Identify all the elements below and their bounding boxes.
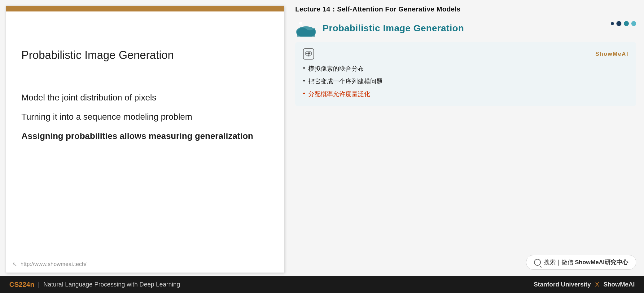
notes-card-header: ShowMeAI xyxy=(303,48,629,60)
search-text: 搜索｜微信 ShowMeAI研究中心 xyxy=(544,258,628,266)
bottom-separator: | xyxy=(38,281,40,288)
ai-icon xyxy=(303,48,314,60)
dot-teal xyxy=(624,21,629,26)
bottom-left: CS224n | Natural Language Processing wit… xyxy=(9,281,180,289)
right-panel: Lecture 14：Self-Attention For Generative… xyxy=(291,0,644,276)
bottom-bar: CS224n | Natural Language Processing wit… xyxy=(0,276,644,293)
search-icon xyxy=(534,259,541,266)
dot-dark xyxy=(616,21,621,26)
slide-title: Probabilistic Image Generation xyxy=(21,49,269,62)
slide-bullets: Model the joint distribution of pixels T… xyxy=(21,93,269,141)
slide-footer: ↖ http://www.showmeai.tech/ xyxy=(6,257,284,273)
showmeai-bottom-brand: ShowMeAI xyxy=(603,281,635,288)
x-separator: X xyxy=(595,281,599,288)
notes-bullet-3: 分配概率允许度量泛化 xyxy=(303,90,629,98)
notes-bullets: 模拟像素的联合分布 把它变成一个序列建模问题 分配概率允许度量泛化 xyxy=(303,64,629,98)
bottom-right: Stanford University X ShowMeAI xyxy=(534,281,635,288)
search-area: 搜索｜微信 ShowMeAI研究中心 xyxy=(295,255,636,273)
slide-footer-url: http://www.showmeai.tech/ xyxy=(20,261,86,268)
slide-body: Probabilistic Image Generation Model the… xyxy=(6,11,284,257)
search-bar[interactable]: 搜索｜微信 ShowMeAI研究中心 xyxy=(526,255,636,270)
slide-bullet-3: Assigning probabilities allows measuring… xyxy=(21,131,269,141)
small-dot xyxy=(611,22,614,25)
notes-card: ShowMeAI 模拟像素的联合分布 把它变成一个序列建模问题 分配概率允许度量… xyxy=(295,42,636,106)
cursor-icon: ↖ xyxy=(12,260,17,268)
slide-header-visual: Probabilistic Image Generation xyxy=(295,20,636,37)
slide-header-title: Probabilistic Image Generation xyxy=(322,23,464,33)
header-dots xyxy=(611,21,636,26)
svg-point-1 xyxy=(299,22,302,25)
course-code: CS224n xyxy=(9,281,34,289)
svg-point-3 xyxy=(306,53,308,54)
stanford-text: Stanford University xyxy=(534,281,591,288)
lecture-title: Lecture 14：Self-Attention For Generative… xyxy=(295,5,636,14)
slide-bullet-2: Turning it into a sequence modeling prob… xyxy=(21,112,269,122)
notes-bullet-2: 把它变成一个序列建模问题 xyxy=(303,77,629,86)
slide-bullet-1: Model the joint distribution of pixels xyxy=(21,93,269,103)
slide-panel: Probabilistic Image Generation Model the… xyxy=(6,6,284,273)
notes-bullet-1: 模拟像素的联合分布 xyxy=(303,64,629,73)
showmeai-card-label: ShowMeAI xyxy=(595,51,629,57)
dot-light-teal xyxy=(631,21,636,26)
slide-header-graphic xyxy=(295,20,317,37)
search-brand: ShowMeAI研究中心 xyxy=(575,259,628,265)
slide-top-bar xyxy=(6,6,284,11)
course-name: Natural Language Processing with Deep Le… xyxy=(43,281,180,288)
